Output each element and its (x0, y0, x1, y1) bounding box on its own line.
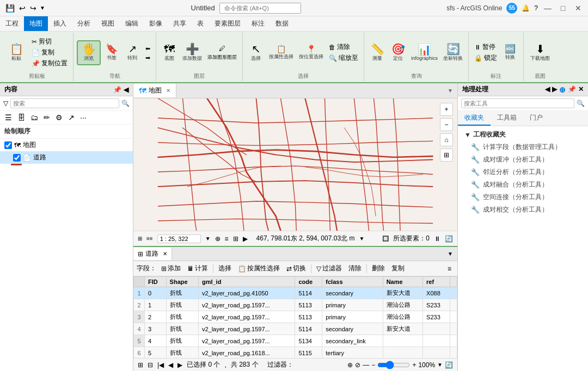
col-name[interactable]: Name (383, 277, 422, 287)
settings-icon[interactable]: ⚙ (54, 113, 64, 122)
paste-button[interactable]: 📋 粘贴 (4, 41, 28, 64)
table-row[interactable]: 3 2 折线 v2_layer_road_pg.1597... 5113 pri… (134, 311, 457, 323)
clear-select-button[interactable]: 🗑 清除 (327, 42, 360, 52)
attr-copy-button[interactable]: 复制 (389, 263, 407, 274)
map-layer-checkbox[interactable] (4, 141, 12, 149)
refresh-table[interactable]: 🔄 (445, 361, 453, 369)
map-tool3[interactable]: ⊞ (233, 235, 238, 243)
gp-tab-favorites[interactable]: 收藏夹 (458, 111, 491, 126)
map-area-collapse[interactable]: ▼ (448, 88, 453, 94)
home-button[interactable]: ⌂ (440, 133, 453, 146)
measure-button[interactable]: 📏 测量 (367, 42, 387, 63)
scale-input[interactable] (157, 234, 201, 243)
map-tool2[interactable]: ≡ (225, 235, 229, 243)
menu-edit[interactable]: 编辑 (120, 16, 144, 31)
zoom-minus[interactable]: − (371, 361, 375, 369)
menu-feature-layer[interactable]: 要素图层 (209, 16, 246, 31)
nav-first[interactable]: |◀ (157, 361, 164, 369)
list-view-icon[interactable]: ☰ (3, 113, 14, 122)
gp-item-pair-intersect[interactable]: 🔧 成对相交（分析工具） (462, 203, 584, 216)
menu-insert[interactable]: 插入 (48, 16, 72, 31)
basemap-button[interactable]: 🗺 底图 (160, 42, 179, 63)
database-icon[interactable]: 🗄 (16, 113, 27, 122)
gp-search-icon[interactable]: 🔍 (577, 100, 585, 107)
pause-status[interactable]: ⏸ (434, 235, 440, 243)
gp-forward[interactable]: ▶ (552, 85, 557, 94)
table-row[interactable]: 6 5 折线 v2_layer_road_pg.1618... 5115 ter… (134, 347, 457, 358)
help-icon[interactable]: ? (534, 4, 538, 12)
add-graphic-layer-button[interactable]: 🖊 添加图形图层 (205, 44, 239, 61)
map-layer-icon[interactable]: 🗂 (29, 113, 40, 122)
map-tool1[interactable]: ⊕ (215, 235, 220, 243)
nav-btn1[interactable]: ⬅ (143, 45, 152, 53)
menu-view[interactable]: 视图 (96, 16, 120, 31)
add-data-button[interactable]: ➕ 添加数据 (180, 42, 204, 63)
table-row[interactable]: 2 1 折线 v2_layer_road_pg.1597... 5113 pri… (134, 299, 457, 311)
table-row[interactable]: 1 0 折线 v2_layer_road_pg.41050 5114 secon… (134, 287, 457, 299)
full-extent-button[interactable]: ⊞ (440, 149, 453, 162)
filter-slider[interactable]: — (363, 361, 369, 369)
table-row[interactable]: 5 4 折线 v2_layer_road_pg.1597... 5134 sec… (134, 335, 457, 347)
attr-clear-button[interactable]: 清除 (346, 263, 364, 274)
locate-button[interactable]: 🎯 定位 (388, 42, 408, 63)
attr-select-by-attr-button[interactable]: 📋 按属性选择 (235, 263, 283, 274)
minimize-button[interactable]: — (542, 3, 553, 14)
filter-btn2[interactable]: ⊘ (355, 361, 360, 369)
gp-search-input[interactable] (461, 98, 574, 108)
select-button[interactable]: ↖ 选择 (246, 42, 266, 63)
col-code[interactable]: code (295, 277, 322, 287)
save-icon[interactable]: 💾 (4, 3, 16, 14)
zoom-to-button[interactable]: 🔍 缩放至 (327, 53, 360, 63)
nav-prev[interactable]: ◀ (168, 361, 173, 369)
infographics-button[interactable]: 📊 Infographics (409, 43, 440, 62)
zoom-dropdown[interactable]: ▼ (437, 362, 443, 368)
zoom-out-button[interactable]: − (440, 118, 453, 131)
user-badge[interactable]: 55 (506, 3, 517, 14)
coord-convert-button[interactable]: 🔄 坐标转换 (441, 42, 465, 63)
menu-labels[interactable]: 标注 (246, 16, 270, 31)
attr-select-button[interactable]: 选择 (216, 263, 234, 274)
attr-add-button[interactable]: ⊞ 添加 (158, 263, 183, 274)
attr-tab-close[interactable]: ✕ (163, 251, 167, 257)
redo-icon[interactable]: ↪ (29, 3, 38, 14)
gp-add[interactable]: ⊕ (559, 85, 566, 94)
undo-icon[interactable]: ↩ (18, 3, 27, 14)
content-search-input[interactable] (10, 98, 119, 108)
attr-switch-button[interactable]: ⇄ 切换 (284, 263, 309, 274)
lock-button[interactable]: 🔒 锁定 (472, 53, 499, 63)
browse-button[interactable]: 🖐 浏览 (77, 40, 101, 65)
scale-dropdown[interactable]: ▼ (205, 236, 211, 242)
table-icon2[interactable]: ⊟ (148, 361, 153, 369)
gp-close-btn[interactable]: ✕ (578, 85, 584, 94)
col-fid[interactable]: FID (145, 277, 167, 287)
menu-share[interactable]: 共享 (168, 16, 192, 31)
attr-delete-button[interactable]: 删除 (369, 263, 388, 274)
table-icon1[interactable]: ⊞ (138, 361, 143, 369)
table-row[interactable]: 4 3 折线 v2_layer_road_pg.1597... 5114 sec… (134, 323, 457, 335)
filter-btn1[interactable]: ⊕ (347, 361, 353, 369)
close-button[interactable]: ✕ (573, 3, 584, 14)
menu-table[interactable]: 表 (192, 16, 209, 31)
zoom-in-button[interactable]: + (440, 103, 453, 116)
menu-project[interactable]: 工程 (0, 16, 24, 31)
attr-tab-road[interactable]: ⊞ 道路 ✕ (133, 248, 172, 260)
col-gml-id[interactable]: gml_id (198, 277, 295, 287)
gp-item-calculate-field[interactable]: 🔧 计算字段（数据管理工具） (462, 141, 584, 153)
attr-filter-button[interactable]: ▽ 过滤器 (314, 263, 345, 274)
gp-item-near-analysis[interactable]: 🔧 邻近分析（分析工具） (462, 166, 584, 178)
gp-item-spatial-join[interactable]: 🔧 空间连接（分析工具） (462, 191, 584, 203)
more-icon[interactable]: ··· (78, 113, 88, 122)
pause-button[interactable]: ⏸ 暂停 (472, 42, 499, 52)
menu-map[interactable]: 地图 (24, 16, 48, 31)
gp-pin[interactable]: 📌 (568, 85, 576, 94)
pin-icon[interactable]: 📌 (113, 86, 121, 94)
gp-tab-toolbox[interactable]: 工具箱 (491, 111, 523, 126)
menu-analysis[interactable]: 分析 (72, 16, 96, 31)
maximize-button[interactable]: □ (558, 3, 568, 14)
zoom-plus[interactable]: + (412, 361, 416, 369)
copy-button[interactable]: 📄 复制 (29, 47, 70, 58)
gp-item-pair-dissolve[interactable]: 🔧 成对融合（分析工具） (462, 178, 584, 191)
gp-back[interactable]: ◀ (545, 85, 550, 94)
map-tab-close[interactable]: ✕ (166, 88, 170, 94)
play-icon[interactable]: ▶ (177, 361, 182, 369)
